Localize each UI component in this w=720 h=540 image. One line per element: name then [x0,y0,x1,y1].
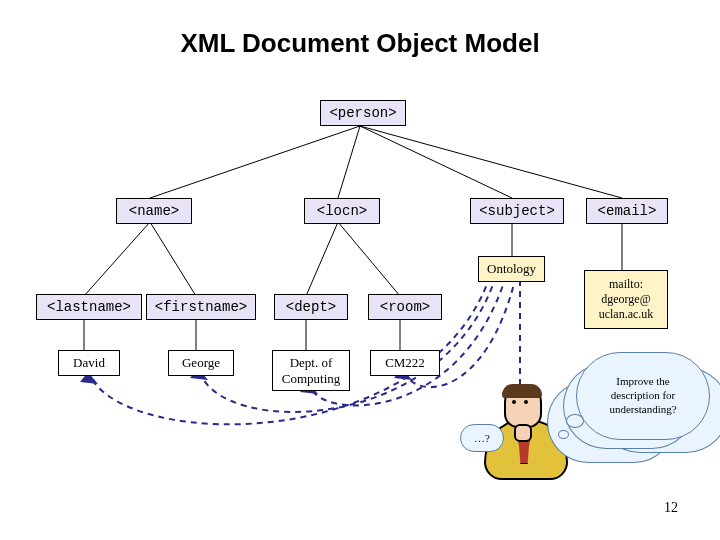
node-person: <person> [320,100,406,126]
svg-line-1 [338,126,360,198]
node-subject: <subject> [470,198,564,224]
leaf-dept: Dept. of Computing [272,350,350,391]
svg-line-2 [360,126,512,198]
svg-line-4 [84,222,150,296]
node-name: <name> [116,198,192,224]
leaf-dept-line2: Computing [282,371,341,386]
thought-bubble-2 [558,430,569,439]
node-email: <email> [586,198,668,224]
thought-bubble-1 [566,414,584,428]
svg-line-6 [306,222,338,296]
thought-line2: description for [611,389,675,401]
thought-line1: Improve the [616,375,669,387]
svg-line-7 [338,222,400,296]
email-value-box: mailto: dgeorge@ uclan.ac.uk [584,270,668,329]
svg-line-5 [150,222,196,296]
node-dept: <dept> [274,294,348,320]
leaf-room: CM222 [370,350,440,376]
thought-large: Improve the description for understandin… [576,352,710,440]
node-locn: <locn> [304,198,380,224]
email-line2: dgeorge@ [601,292,650,306]
svg-line-0 [150,126,360,198]
email-line3: uclan.ac.uk [599,307,654,321]
leaf-dept-line1: Dept. of [290,355,333,370]
page-title: XML Document Object Model [0,28,720,59]
email-line1: mailto: [609,277,643,291]
ontology-label: Ontology [478,256,545,282]
page-number: 12 [664,500,678,516]
leaf-george: George [168,350,234,376]
thought-line3: understanding? [609,403,676,415]
node-firstname: <firstname> [146,294,256,320]
svg-line-3 [360,126,622,198]
node-lastname: <lastname> [36,294,142,320]
leaf-david: David [58,350,120,376]
node-room: <room> [368,294,442,320]
thought-small: …? [460,424,504,452]
